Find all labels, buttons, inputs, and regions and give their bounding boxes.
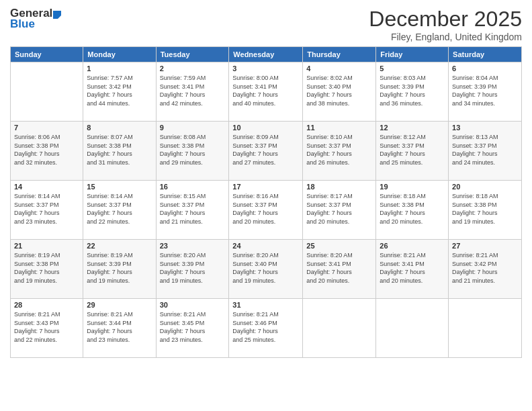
day-info: Sunrise: 8:02 AMSunset: 3:40 PMDaylight:… (306, 74, 372, 107)
header-thursday: Thursday (303, 47, 376, 62)
calendar-week-row: 28Sunrise: 8:21 AMSunset: 3:43 PMDayligh… (11, 299, 522, 358)
table-row: 25Sunrise: 8:20 AMSunset: 3:41 PMDayligh… (303, 240, 376, 299)
day-number: 21 (14, 242, 79, 250)
day-number: 7 (14, 124, 79, 132)
day-number: 14 (14, 183, 79, 191)
month-title: December 2025 (369, 7, 522, 32)
day-info: Sunrise: 8:13 AMSunset: 3:37 PMDaylight:… (452, 133, 518, 167)
day-info: Sunrise: 7:59 AMSunset: 3:41 PMDaylight:… (160, 74, 226, 107)
table-row: 26Sunrise: 8:21 AMSunset: 3:41 PMDayligh… (376, 240, 449, 299)
day-number: 12 (380, 124, 445, 132)
calendar-week-row: 7Sunrise: 8:06 AMSunset: 3:38 PMDaylight… (11, 122, 522, 181)
table-row: 1Sunrise: 7:57 AMSunset: 3:42 PMDaylight… (83, 62, 156, 122)
day-info: Sunrise: 8:20 AMSunset: 3:41 PMDaylight:… (306, 251, 372, 285)
header-saturday: Saturday (449, 47, 522, 62)
day-info: Sunrise: 8:06 AMSunset: 3:38 PMDaylight:… (14, 133, 79, 167)
table-row: 30Sunrise: 8:21 AMSunset: 3:45 PMDayligh… (156, 299, 229, 358)
day-number: 23 (160, 242, 226, 250)
header: General Blue December 2025 Filey, Englan… (10, 7, 522, 42)
day-number: 25 (306, 242, 372, 250)
day-number: 2 (160, 64, 226, 73)
calendar-week-row: 21Sunrise: 8:19 AMSunset: 3:38 PMDayligh… (11, 240, 522, 299)
table-row: 27Sunrise: 8:21 AMSunset: 3:42 PMDayligh… (449, 240, 522, 299)
day-info: Sunrise: 8:16 AMSunset: 3:37 PMDaylight:… (232, 192, 299, 226)
table-row (376, 299, 449, 358)
day-info: Sunrise: 8:21 AMSunset: 3:46 PMDaylight:… (232, 310, 299, 344)
day-info: Sunrise: 8:21 AMSunset: 3:41 PMDaylight:… (380, 251, 445, 285)
day-info: Sunrise: 8:17 AMSunset: 3:37 PMDaylight:… (306, 192, 372, 226)
logo-blue-text: Blue (10, 17, 35, 31)
table-row: 28Sunrise: 8:21 AMSunset: 3:43 PMDayligh… (11, 299, 83, 358)
day-number: 30 (160, 301, 226, 309)
location: Filey, England, United Kingdom (369, 32, 522, 42)
day-info: Sunrise: 8:08 AMSunset: 3:38 PMDaylight:… (160, 133, 226, 167)
day-info: Sunrise: 8:00 AMSunset: 3:41 PMDaylight:… (232, 74, 299, 107)
day-info: Sunrise: 7:57 AMSunset: 3:42 PMDaylight:… (87, 74, 152, 107)
day-number: 6 (452, 64, 518, 73)
header-wednesday: Wednesday (229, 47, 303, 62)
table-row: 23Sunrise: 8:20 AMSunset: 3:39 PMDayligh… (156, 240, 229, 299)
title-section: December 2025 Filey, England, United Kin… (369, 7, 522, 42)
header-tuesday: Tuesday (156, 47, 229, 62)
day-info: Sunrise: 8:03 AMSunset: 3:39 PMDaylight:… (380, 74, 445, 107)
day-info: Sunrise: 8:20 AMSunset: 3:39 PMDaylight:… (160, 251, 226, 285)
table-row: 7Sunrise: 8:06 AMSunset: 3:38 PMDaylight… (11, 122, 83, 181)
table-row: 24Sunrise: 8:20 AMSunset: 3:40 PMDayligh… (229, 240, 303, 299)
day-number: 9 (160, 124, 226, 132)
day-number: 5 (380, 64, 445, 73)
day-number: 20 (452, 183, 518, 191)
day-number: 29 (87, 301, 152, 309)
day-number: 17 (232, 183, 299, 191)
day-info: Sunrise: 8:19 AMSunset: 3:38 PMDaylight:… (14, 251, 79, 285)
header-friday: Friday (376, 47, 449, 62)
day-number: 22 (87, 242, 152, 250)
day-number: 10 (232, 124, 299, 132)
day-number: 19 (380, 183, 445, 191)
day-info: Sunrise: 8:04 AMSunset: 3:39 PMDaylight:… (452, 74, 518, 107)
day-number: 18 (306, 183, 372, 191)
day-number: 26 (380, 242, 445, 250)
table-row (449, 299, 522, 358)
table-row: 17Sunrise: 8:16 AMSunset: 3:37 PMDayligh… (229, 181, 303, 240)
day-number: 8 (87, 124, 152, 132)
day-info: Sunrise: 8:09 AMSunset: 3:37 PMDaylight:… (232, 133, 299, 167)
day-info: Sunrise: 8:10 AMSunset: 3:37 PMDaylight:… (306, 133, 372, 167)
day-info: Sunrise: 8:21 AMSunset: 3:45 PMDaylight:… (160, 310, 226, 344)
day-info: Sunrise: 8:14 AMSunset: 3:37 PMDaylight:… (87, 192, 152, 226)
table-row: 5Sunrise: 8:03 AMSunset: 3:39 PMDaylight… (376, 62, 449, 122)
calendar-week-row: 14Sunrise: 8:14 AMSunset: 3:37 PMDayligh… (11, 181, 522, 240)
table-row: 6Sunrise: 8:04 AMSunset: 3:39 PMDaylight… (449, 62, 522, 122)
table-row: 19Sunrise: 8:18 AMSunset: 3:38 PMDayligh… (376, 181, 449, 240)
day-info: Sunrise: 8:21 AMSunset: 3:43 PMDaylight:… (14, 310, 79, 344)
table-row (11, 62, 83, 122)
table-row: 2Sunrise: 7:59 AMSunset: 3:41 PMDaylight… (156, 62, 229, 122)
table-row: 14Sunrise: 8:14 AMSunset: 3:37 PMDayligh… (11, 181, 83, 240)
calendar-week-row: 1Sunrise: 7:57 AMSunset: 3:42 PMDaylight… (11, 62, 522, 122)
table-row: 4Sunrise: 8:02 AMSunset: 3:40 PMDaylight… (303, 62, 376, 122)
table-row: 18Sunrise: 8:17 AMSunset: 3:37 PMDayligh… (303, 181, 376, 240)
day-number: 31 (232, 301, 299, 309)
table-row: 15Sunrise: 8:14 AMSunset: 3:37 PMDayligh… (83, 181, 156, 240)
day-info: Sunrise: 8:07 AMSunset: 3:38 PMDaylight:… (87, 133, 152, 167)
day-number: 24 (232, 242, 299, 250)
table-row: 8Sunrise: 8:07 AMSunset: 3:38 PMDaylight… (83, 122, 156, 181)
day-info: Sunrise: 8:20 AMSunset: 3:40 PMDaylight:… (232, 251, 299, 285)
table-row: 31Sunrise: 8:21 AMSunset: 3:46 PMDayligh… (229, 299, 303, 358)
day-number: 27 (452, 242, 518, 250)
day-info: Sunrise: 8:14 AMSunset: 3:37 PMDaylight:… (14, 192, 79, 226)
day-number: 4 (306, 64, 372, 73)
day-number: 3 (232, 64, 299, 73)
table-row: 22Sunrise: 8:19 AMSunset: 3:39 PMDayligh… (83, 240, 156, 299)
table-row (303, 299, 376, 358)
day-info: Sunrise: 8:12 AMSunset: 3:37 PMDaylight:… (380, 133, 445, 167)
header-monday: Monday (83, 47, 156, 62)
day-info: Sunrise: 8:18 AMSunset: 3:38 PMDaylight:… (452, 192, 518, 226)
day-info: Sunrise: 8:19 AMSunset: 3:39 PMDaylight:… (87, 251, 152, 285)
page: General Blue December 2025 Filey, Englan… (0, 0, 532, 411)
day-info: Sunrise: 8:21 AMSunset: 3:42 PMDaylight:… (452, 251, 518, 285)
table-row: 16Sunrise: 8:15 AMSunset: 3:37 PMDayligh… (156, 181, 229, 240)
header-sunday: Sunday (11, 47, 83, 62)
day-number: 28 (14, 301, 79, 309)
table-row: 29Sunrise: 8:21 AMSunset: 3:44 PMDayligh… (83, 299, 156, 358)
day-number: 15 (87, 183, 152, 191)
